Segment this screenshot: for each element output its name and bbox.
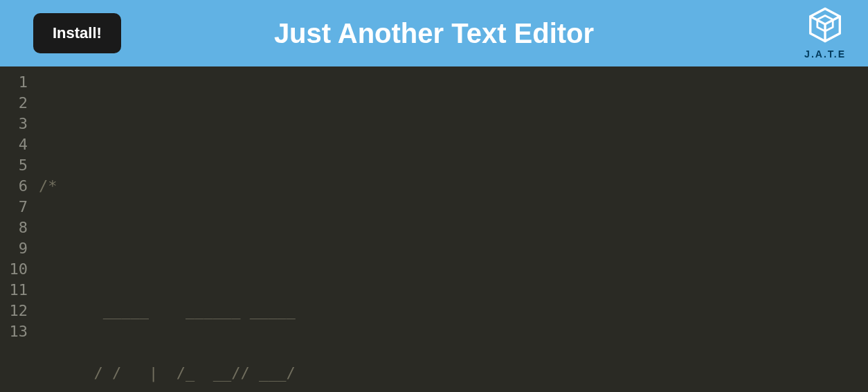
app-logo: J.A.T.E: [804, 6, 846, 60]
line-number: 13: [8, 321, 28, 342]
line-number: 8: [8, 217, 28, 238]
line-number: 4: [8, 134, 28, 155]
code-editor[interactable]: 1 2 3 4 5 6 7 8 9 10 11 12 13 /* _____ _…: [0, 66, 868, 392]
line-number: 6: [8, 176, 28, 197]
line-number: 10: [8, 259, 28, 280]
app-header: Install! Just Another Text Editor J.A.T.…: [0, 0, 868, 66]
code-line: _____ ______ _____: [39, 301, 868, 321]
code-line: / / | /_ __// ___/: [39, 363, 868, 384]
line-number: 2: [8, 93, 28, 114]
code-line: /*: [39, 176, 868, 197]
app-title: Just Another Text Editor: [274, 18, 594, 49]
code-line: [39, 238, 868, 259]
line-number: 11: [8, 280, 28, 301]
line-number: 9: [8, 238, 28, 259]
logo-label: J.A.T.E: [804, 48, 846, 60]
line-number: 3: [8, 114, 28, 134]
code-line: [39, 114, 868, 134]
code-content[interactable]: /* _____ ______ _____ / / | /_ __// ___/…: [33, 66, 868, 392]
cube-icon: [806, 6, 844, 44]
install-button[interactable]: Install!: [33, 13, 121, 53]
line-number: 7: [8, 197, 28, 217]
line-number: 5: [8, 155, 28, 176]
line-number: 12: [8, 301, 28, 321]
line-number: 1: [8, 72, 28, 93]
line-number-gutter: 1 2 3 4 5 6 7 8 9 10 11 12 13: [0, 66, 33, 392]
